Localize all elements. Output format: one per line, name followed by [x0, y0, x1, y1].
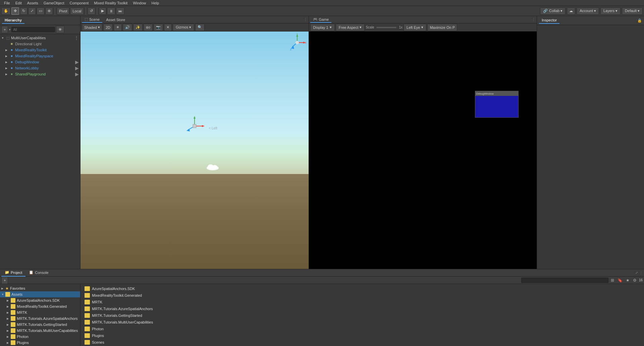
asset-mrtk-azure-label: MRTK.Tutorials.AzureSpatialAnchors — [92, 307, 153, 311]
gizmos-dropdown[interactable]: Gizmos ▾ — [173, 24, 194, 31]
scene-camera-btn[interactable]: 📷 — [154, 24, 163, 31]
tree-item-plugins[interactable]: ▶ Plugins — [0, 340, 80, 346]
dirlight-icon: ☀ — [9, 42, 14, 46]
scene-lighting-btn[interactable]: ☀ — [114, 24, 122, 31]
eye-dropdown[interactable]: Left Eye ▾ — [404, 24, 426, 31]
step-button[interactable]: ⏭ — [116, 7, 124, 15]
hierarchy-item-networklobby[interactable]: ▶ ■ NetworkLobby ▶ — [0, 65, 80, 71]
transform-tool[interactable]: ⊕ — [45, 7, 53, 15]
hand-tool[interactable]: ✋ — [1, 7, 11, 15]
rotate-tool[interactable]: ↻ — [20, 7, 28, 15]
hierarchy-item-dirlight[interactable]: ☀ Directional Light — [0, 41, 80, 47]
multiuser-more[interactable]: ⋮ — [74, 35, 79, 41]
tree-item-photon[interactable]: ▶ Photon — [0, 334, 80, 340]
menu-gameobject[interactable]: GameObject — [41, 0, 67, 6]
account-button[interactable]: Account ▾ — [577, 7, 599, 15]
asset-item-scenes[interactable]: Scenes — [83, 339, 641, 346]
hierarchy-item-sharedplayground[interactable]: ▶ ■ SharedPlayground ▶ — [0, 71, 80, 77]
tree-item-favorites[interactable]: ▶ ★ Favorites — [0, 285, 80, 291]
tree-item-assets[interactable]: ▼ Assets — [0, 291, 80, 297]
menu-help[interactable]: Help — [149, 0, 162, 6]
project-add-button[interactable]: + — [1, 277, 8, 284]
move-tool[interactable]: ✥ — [11, 7, 19, 15]
tree-item-azure-sdk[interactable]: ▶ AzureSpatialAnchors.SDK — [0, 297, 80, 303]
asset-mrtk-getting-icon — [85, 313, 90, 318]
scene-options-icon[interactable]: ⋮ — [304, 17, 307, 22]
scene-view: ⬚ Scene Asset Store ⋮ Shaded ▾ 2D ☀ — [80, 16, 309, 269]
mrtk-label: MixedRealityToolkit — [15, 48, 47, 52]
scene-search-btn[interactable]: 🔍 — [195, 24, 205, 31]
scene-grid-btn[interactable]: ⊞0 — [144, 24, 153, 31]
layers-button[interactable]: Layers ▾ — [600, 7, 621, 15]
asset-item-plugins[interactable]: Plugins — [83, 332, 641, 339]
hierarchy-item-mrtk[interactable]: ▶ ■ MixedRealityToolkit — [0, 47, 80, 53]
debug-more[interactable]: ▶ — [75, 59, 79, 65]
inspector-tab[interactable]: Inspector — [539, 17, 559, 24]
pause-button[interactable]: ⏸ — [107, 7, 115, 15]
console-tab[interactable]: 📋 Console — [25, 269, 52, 277]
tree-item-mrtk-getting[interactable]: ▶ MRTK.Tutorials.GettingStarted — [0, 322, 80, 328]
bottom-expand-icon[interactable]: ⤢ — [635, 271, 638, 275]
menu-edit[interactable]: Edit — [13, 0, 24, 6]
collab-button[interactable]: 🔗 Collab ▾ — [540, 7, 566, 15]
menu-window[interactable]: Window — [130, 0, 149, 6]
play-button[interactable]: ▶ — [99, 7, 106, 15]
cloud-button[interactable]: ☁ — [567, 7, 575, 15]
scene-audio-btn[interactable]: 🔊 — [123, 24, 132, 31]
game-content[interactable]: DebugWindow — [309, 32, 537, 269]
game-options-icon[interactable]: ⋮ — [532, 17, 535, 22]
menu-component[interactable]: Component — [67, 0, 91, 6]
project-bookmark-btn[interactable]: 🔖 — [616, 278, 624, 283]
hierarchy-search[interactable] — [11, 27, 55, 32]
shared-more[interactable]: ▶ — [75, 71, 79, 77]
shading-dropdown[interactable]: Shaded ▾ — [82, 24, 102, 31]
asset-item-mrtk-gen[interactable]: MixedRealityToolkit.Generated — [83, 292, 641, 299]
display-dropdown[interactable]: Display 1 ▾ — [310, 24, 335, 31]
rect-tool[interactable]: ▭ — [37, 7, 45, 15]
asset-item-mrtk-azure[interactable]: MRTK.Tutorials.AzureSpatialAnchors — [83, 305, 641, 312]
asset-item-photon[interactable]: Photon — [83, 326, 641, 332]
scene-tab[interactable]: ⬚ Scene — [82, 16, 102, 23]
inspector-lock-icon[interactable]: 🔒 — [637, 18, 642, 23]
project-tab[interactable]: 📁 Project — [1, 269, 25, 277]
asset-item-azure-sdk[interactable]: AzureSpatialAnchors.SDK — [83, 285, 641, 292]
scale-tool[interactable]: ⤢ — [28, 7, 36, 15]
asset-store-tab[interactable]: Asset Store — [103, 17, 128, 22]
project-settings-btn[interactable]: ⚙ — [632, 278, 638, 283]
scale-slider[interactable] — [376, 27, 396, 28]
menu-file[interactable]: File — [1, 0, 13, 6]
tree-item-mrtk-multi[interactable]: ▶ MRTK.Tutorials.MultiUserCapabilities — [0, 328, 80, 334]
local-button[interactable]: Local — [70, 7, 84, 15]
hierarchy-item-mrtk-playspace[interactable]: ▶ ■ MixedRealityPlayspace — [0, 53, 80, 59]
network-more[interactable]: ▶ — [75, 65, 79, 71]
mrtk-azure-arrow: ▶ — [7, 317, 11, 320]
menu-assets[interactable]: Assets — [24, 0, 41, 6]
hierarchy-add-button[interactable]: + — [1, 26, 8, 33]
project-star-btn[interactable]: ★ — [625, 278, 631, 283]
project-search[interactable] — [521, 278, 608, 283]
pivot-button[interactable]: Pivot — [57, 7, 69, 15]
aspect-dropdown[interactable]: Free Aspect ▾ — [336, 24, 365, 31]
hierarchy-eye-button[interactable]: 👁 — [56, 26, 64, 33]
asset-item-mrtk-multi[interactable]: MRTK.Tutorials.MultiUserCapabilities — [83, 319, 641, 326]
layout-button[interactable]: Default ▾ — [622, 7, 643, 15]
scene-more-btn[interactable]: ✕ — [164, 24, 172, 31]
2d-button[interactable]: 2D — [103, 24, 113, 31]
hierarchy-item-multiuser[interactable]: ▼ ⬚ MultiUserCapabilities ⋮ — [0, 35, 80, 41]
hierarchy-item-debugwindow[interactable]: ▶ ■ DebugWindow ▶ — [0, 59, 80, 65]
scene-fx-btn[interactable]: ✨ — [133, 24, 143, 31]
debug-arrow: ▶ — [5, 61, 9, 64]
tree-item-mrtk-gen[interactable]: ▶ MixedRealityToolkit.Generated — [0, 303, 80, 309]
hierarchy-tab[interactable]: Hierarchy — [2, 17, 24, 24]
bottom-more-icon[interactable]: ⋮ — [639, 271, 643, 275]
project-filter-btn[interactable]: ⊞ — [610, 278, 615, 283]
game-tab[interactable]: 🎮 Game — [310, 16, 332, 23]
menu-mrtk[interactable]: Mixed Reality Toolkit — [91, 0, 130, 6]
maximize-on-play-btn[interactable]: Maximize On P — [427, 24, 457, 31]
scene-content[interactable]: < Left Y X Z — [80, 32, 309, 269]
tree-item-mrtk-azure[interactable]: ▶ MRTK.Tutorials.AzureSpatialAnchors — [0, 315, 80, 322]
asset-item-mrtk[interactable]: MRTK — [83, 299, 641, 305]
asset-item-mrtk-getting[interactable]: MRTK.Tutorials.GettingStarted — [83, 312, 641, 319]
refresh-button[interactable]: ↺ — [88, 7, 95, 15]
tree-item-mrtk[interactable]: ▶ MRTK — [0, 309, 80, 315]
